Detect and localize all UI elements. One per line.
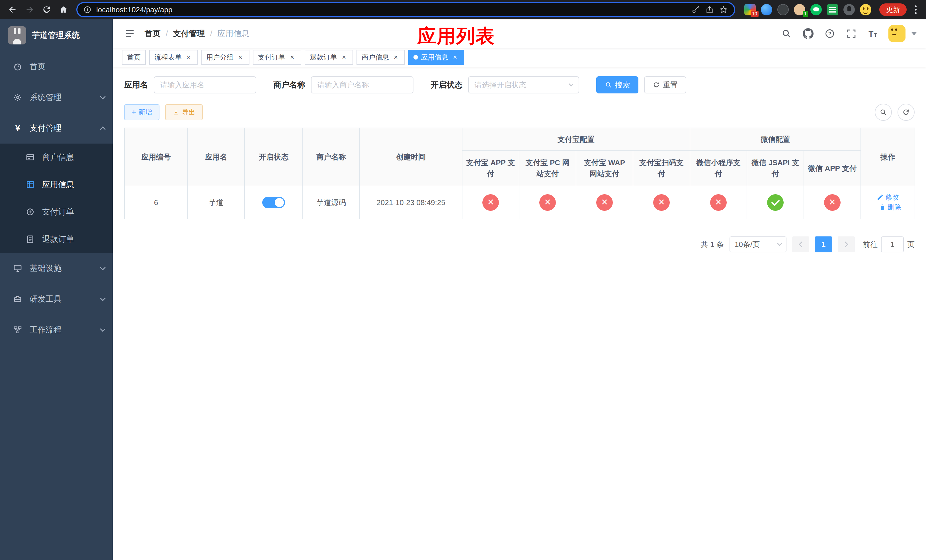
cell-actions: 修改 删除 <box>861 186 915 219</box>
order-icon <box>25 207 35 216</box>
active-dot-icon <box>413 55 418 59</box>
extension-icon-6[interactable] <box>827 4 838 15</box>
merchant-name-input[interactable] <box>317 80 407 89</box>
tab-home[interactable]: 首页 <box>122 50 146 65</box>
browser-reload-button[interactable] <box>39 2 54 18</box>
cell-app-id: 6 <box>124 186 188 219</box>
col-wechat-mini: 微信小程序支付 <box>690 151 747 186</box>
browser-forward-button[interactable] <box>22 2 38 18</box>
sidebar-logo[interactable]: 芋道管理系统 <box>0 20 113 51</box>
breadcrumb-payment[interactable]: 支付管理 <box>173 28 205 39</box>
edit-button[interactable]: 修改 <box>877 192 899 202</box>
tab-refund-order[interactable]: 退款订单 × <box>305 50 353 65</box>
app-title: 芋道管理系统 <box>32 30 80 41</box>
tab-merchant-info[interactable]: 商户信息 × <box>357 50 405 65</box>
github-icon[interactable] <box>802 27 814 40</box>
extension-icon-3[interactable] <box>777 4 789 15</box>
extension-icon-5[interactable] <box>810 4 822 15</box>
yen-icon: ¥ <box>12 123 23 133</box>
fullscreen-icon[interactable] <box>845 27 858 40</box>
logo-image <box>8 26 26 44</box>
sidebar-item-merchant-info[interactable]: 商户信息 <box>0 144 113 171</box>
sidebar-item-home[interactable]: 首页 <box>0 51 113 82</box>
table-header-row: 应用编号 应用名 开启状态 商户名称 创建时间 支付宝配置 微信配置 操作 <box>124 128 915 151</box>
sidebar-item-app-info[interactable]: 应用信息 <box>0 171 113 198</box>
gear-icon <box>12 93 23 102</box>
sidebar-item-system[interactable]: 系统管理 <box>0 82 113 113</box>
extension-icon-7[interactable] <box>843 4 855 15</box>
app-window: 芋道管理系统 首页 系统管理 ¥ 支付管理 商户信息 <box>0 20 926 560</box>
breadcrumb: 首页 支付管理 应用信息 <box>145 28 250 39</box>
add-button[interactable]: + 新增 <box>124 104 159 120</box>
close-icon[interactable]: × <box>288 53 296 61</box>
prev-page-button[interactable] <box>792 236 809 252</box>
sidebar-item-infrastructure[interactable]: 基础设施 <box>0 253 113 284</box>
chevron-down-icon[interactable] <box>911 32 917 35</box>
goto-suffix: 页 <box>907 239 915 250</box>
font-size-icon[interactable] <box>867 27 879 40</box>
help-icon[interactable] <box>823 27 836 40</box>
close-icon[interactable]: × <box>185 53 192 61</box>
search-icon[interactable] <box>780 27 793 40</box>
toggle-search-button[interactable] <box>875 104 892 121</box>
col-actions: 操作 <box>861 128 915 186</box>
reset-button[interactable]: 重置 <box>644 76 686 94</box>
extension-icon-2[interactable] <box>761 4 772 15</box>
browser-menu-icon[interactable] <box>910 2 921 18</box>
status-toggle[interactable] <box>262 197 285 208</box>
close-icon[interactable]: × <box>340 53 348 61</box>
monitor-icon <box>12 264 23 273</box>
delete-button[interactable]: 删除 <box>879 203 901 212</box>
total-count: 共 1 条 <box>701 239 724 250</box>
extension-icon-4[interactable]: 1 <box>794 4 805 15</box>
sidebar-item-payment[interactable]: ¥ 支付管理 <box>0 113 113 144</box>
search-button[interactable]: 搜索 <box>596 76 639 94</box>
site-info-icon[interactable] <box>83 5 92 14</box>
close-icon[interactable]: × <box>451 53 459 61</box>
sidebar-item-workflow[interactable]: 工作流程 <box>0 315 113 345</box>
extensions-area: 10 1 <box>744 4 872 15</box>
export-button[interactable]: 导出 <box>165 104 203 120</box>
payment-submenu: 商户信息 应用信息 支付订单 退款订单 <box>0 144 113 253</box>
app-name-field-wrap <box>154 76 256 94</box>
app-table: 应用编号 应用名 开启状态 商户名称 创建时间 支付宝配置 微信配置 操作 支付… <box>124 128 915 219</box>
breadcrumb-home[interactable]: 首页 <box>145 28 160 39</box>
col-merchant: 商户名称 <box>303 128 360 186</box>
cell-status <box>245 186 303 219</box>
sidebar-item-pay-order[interactable]: 支付订单 <box>0 198 113 226</box>
tab-pay-order[interactable]: 支付订单 × <box>253 50 301 65</box>
next-page-button[interactable] <box>838 236 855 252</box>
browser-update-button[interactable]: 更新 <box>879 3 906 16</box>
status-select[interactable]: 请选择开启状态 <box>468 76 579 94</box>
share-icon[interactable] <box>705 5 714 14</box>
sidebar-item-dev-tools[interactable]: 研发工具 <box>0 284 113 315</box>
browser-home-button[interactable] <box>56 2 72 18</box>
address-bar[interactable]: localhost:1024/pay/app <box>76 2 735 17</box>
password-key-icon[interactable] <box>691 5 701 14</box>
tab-process-form[interactable]: 流程表单 × <box>149 50 198 65</box>
url-text[interactable]: localhost:1024/pay/app <box>96 5 172 14</box>
sidebar-item-refund-order[interactable]: 退款订单 <box>0 226 113 253</box>
wechat-app-status-icon <box>824 194 841 211</box>
toolbox-icon <box>12 295 23 304</box>
extension-icon-1[interactable]: 10 <box>744 4 756 15</box>
page-number-button[interactable]: 1 <box>815 236 832 252</box>
tab-user-group[interactable]: 用户分组 × <box>201 50 250 65</box>
alipay-wap-status-icon <box>596 194 613 211</box>
document-icon <box>25 235 35 244</box>
col-wechat-jsapi: 微信 JSAPI 支付 <box>747 151 804 186</box>
profile-avatar-icon[interactable] <box>860 4 872 15</box>
close-icon[interactable]: × <box>392 53 400 61</box>
app-name-input[interactable] <box>160 80 250 89</box>
page-size-select[interactable]: 10条/页 <box>729 236 787 252</box>
col-app-name: 应用名 <box>188 128 245 186</box>
close-icon[interactable]: × <box>236 53 244 61</box>
user-avatar[interactable] <box>888 25 905 42</box>
plus-icon: + <box>132 108 136 116</box>
tab-app-info[interactable]: 应用信息 × <box>409 50 464 65</box>
bookmark-star-icon[interactable] <box>719 5 728 15</box>
browser-back-button[interactable] <box>5 2 21 18</box>
sidebar-toggle-icon[interactable] <box>122 26 138 42</box>
page-jump-input[interactable] <box>881 236 904 252</box>
refresh-button[interactable] <box>897 104 915 121</box>
